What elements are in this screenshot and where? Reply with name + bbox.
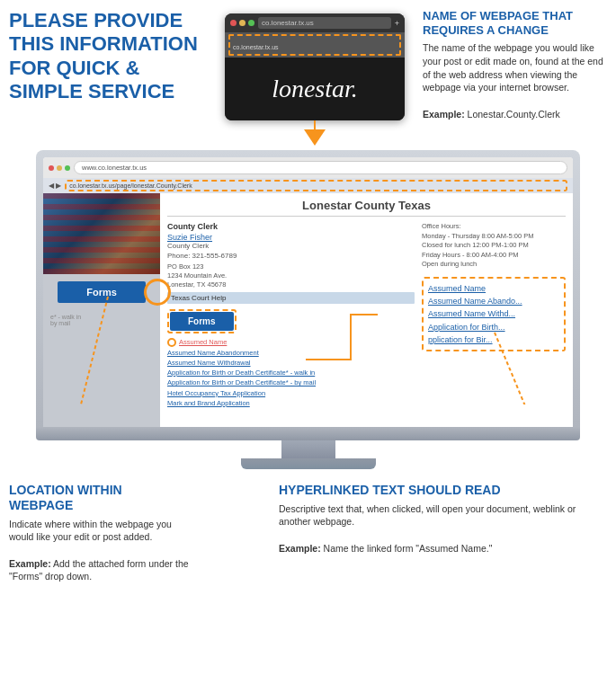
zoom-panel: Assumed Name Assumed Name Abando... Assu… [422,277,566,352]
browser-bar: co.lonestar.tx.us + [225,13,405,32]
link-assumed-name-abandonment[interactable]: Assumed Name Abandonment [167,348,415,358]
dot-yellow [239,20,246,26]
forms-dashed-wrapper: Forms [167,309,237,333]
website-col-right: Office Hours: Monday - Thursday 8:00 AM-… [422,222,566,408]
location-within-example-label: Example: [9,558,51,569]
browser-site-name: lonestar. [272,75,358,103]
sidebar-links: e* - walk in by mail [43,310,160,330]
sidebar-hero-image [43,193,160,274]
texas-court-box: Texas Court Help [167,292,415,304]
top-section: PLEASE PROVIDE THIS INFORMATION FOR QUIC… [0,0,616,150]
clerk-section: County Clerk Suzie Fisher County Clerk P… [167,222,415,304]
hyperlinked-text-body: Descriptive text that, when clicked, wil… [279,502,607,555]
sidebar-link-2: by mail [50,320,153,326]
location-within-section: LOCATION WITHIN WEBPAGE Indicate where w… [9,483,189,583]
zoom-link-2[interactable]: Assumed Name Abando... [428,295,559,307]
hyperlinked-text-example-label: Example: [279,543,321,554]
zoom-link-3[interactable]: Assumed Name Withd... [428,307,559,320]
link-birth-death-walkin[interactable]: Application for Birth or Death Certifica… [167,368,415,378]
website-title: Lonestar County Texas [167,199,566,217]
website-sidebar: Forms e* - walk in by mail [43,193,160,427]
clerk-name: Suzie Fisher [167,233,415,242]
monitor-inner: www.co.lonestar.tx.us ◀ ▶ co.lonestar.tx… [43,157,573,427]
hyperlinked-text-example-value: Name the linked form "Assumed Name." [321,543,493,554]
office-hours-line2: Closed for lunch 12:00 PM-1:00 PM [422,241,566,251]
dot-green [248,20,254,26]
link-hotel-tax[interactable]: Hotel Occupancy Tax Application [167,388,415,398]
link-assumed-name[interactable]: Assumed Name [179,337,227,347]
inner-browser-dots [49,165,70,171]
arrow-down [304,129,326,146]
link-assumed-name-wrapper: Assumed Name [167,337,415,347]
inner-url-text: co.lonestar.tx.us/page/lonestar.County.C… [69,182,192,189]
browser-url-bar: co.lonestar.tx.us [258,17,391,29]
dot-red [230,20,237,26]
clerk-phone: Phone: 321-555-6789 [167,252,415,260]
browser-mockup: co.lonestar.tx.us + co.lonestar.tx.us lo… [216,13,414,146]
forms-btn-area: Forms [167,309,415,333]
clerk-address: PO Box 123 1234 Mountain Ave. Lonestar, … [167,262,415,289]
website-content: Forms e* - walk in by mail Lonestar Coun… [43,193,573,427]
location-within-description: Indicate where within the webpage you wo… [9,519,172,543]
browser-window: co.lonestar.tx.us + co.lonestar.tx.us lo… [225,13,405,120]
office-hours-line4: Open during lunch [422,260,566,270]
sidebar-link-1: e* - walk in [50,314,153,320]
hyperlinked-text-section: HYPERLINKED TEXT SHOULD READ Descriptive… [279,483,607,583]
inner-url-bar-top: www.co.lonestar.tx.us [74,161,567,174]
arrow-spacer [314,120,316,129]
zoom-link-4[interactable]: Application for Birth... [428,321,559,333]
monitor-stand-wrapper [36,427,580,440]
browser-plus: + [395,19,399,28]
name-of-webpage-example-label: Example: [423,109,465,120]
website-col-left: County Clerk Suzie Fisher County Clerk P… [167,222,415,408]
website-two-col: County Clerk Suzie Fisher County Clerk P… [167,222,566,408]
sidebar-forms-button[interactable]: Forms [58,281,146,303]
office-hours-label: Office Hours: [422,222,566,232]
browser-url-row: co.lonestar.tx.us [225,32,405,58]
nav-back: ◀ ▶ [49,182,61,190]
monitor-section: www.co.lonestar.tx.us ◀ ▶ co.lonestar.tx… [0,150,616,469]
name-of-webpage-example-value: Lonestar.County.Clerk [465,109,560,120]
orange-circle-forms [144,279,171,306]
office-hours: Office Hours: Monday - Thursday 8:00 AM-… [422,222,566,270]
browser-content: lonestar. [225,58,405,120]
name-of-webpage-description: The name of the webpage you would like y… [423,42,603,93]
name-of-webpage-title: NAME OF WEBPAGE THAT REQUIRES A CHANGE [423,9,607,37]
orange-circle-link [167,338,176,347]
office-hours-line1: Monday - Thursday 8:00 AM-5:00 PM [422,232,566,242]
monitor-neck [281,440,335,458]
zoom-link-5[interactable]: pplication for Bir... [428,333,559,346]
zoom-link-1[interactable]: Assumed Name [428,282,559,295]
arrow-line [314,120,316,129]
inner-nav-bar: ◀ ▶ co.lonestar.tx.us/page/lonestar.Coun… [43,178,573,193]
name-of-webpage-body: The name of the webpage you would like y… [423,41,607,120]
bottom-section: LOCATION WITHIN WEBPAGE Indicate where w… [0,474,616,592]
link-assumed-name-withdrawal[interactable]: Assumed Name Withdrawal [167,358,415,368]
flag-overlay [43,193,160,274]
inner-dot-green [65,165,70,171]
hyperlinked-text-title: HYPERLINKED TEXT SHOULD READ [279,483,607,498]
browser-url-text: co.lonestar.tx.us [233,44,279,50]
monitor-base [36,427,580,440]
monitor-foot [241,458,376,469]
link-mark-brand[interactable]: Mark and Brand Application [167,398,415,408]
browser-dots [230,20,254,26]
location-within-title: LOCATION WITHIN WEBPAGE [9,483,189,513]
monitor-body: www.co.lonestar.tx.us ◀ ▶ co.lonestar.tx… [36,150,580,427]
inner-dot-red [49,165,54,171]
name-of-webpage-section: NAME OF WEBPAGE THAT REQUIRES A CHANGE T… [423,9,607,120]
links-list: Assumed Name Assumed Name Abandonment As… [167,337,415,408]
inner-dot-yellow [57,165,62,171]
clerk-title: County Clerk [167,222,415,231]
hyperlinked-text-description: Descriptive text that, when clicked, wil… [279,503,576,528]
location-within-body: Indicate where within the webpage you wo… [9,518,189,583]
bottom-spacer [198,483,270,583]
browser-url-dashed: co.lonestar.tx.us [228,34,401,56]
forms-button[interactable]: Forms [170,312,234,331]
inner-url-dashed-wrapper: co.lonestar.tx.us/page/lonestar.County.C… [65,180,567,191]
main-heading: PLEASE PROVIDE THIS INFORMATION FOR QUIC… [9,9,207,104]
sidebar-forms-wrapper: Forms [50,281,153,303]
office-hours-line3: Friday Hours - 8:00 AM-4:00 PM [422,251,566,261]
clerk-role: County Clerk [167,242,415,250]
link-birth-death-mail[interactable]: Application for Birth or Death Certifica… [167,378,415,387]
